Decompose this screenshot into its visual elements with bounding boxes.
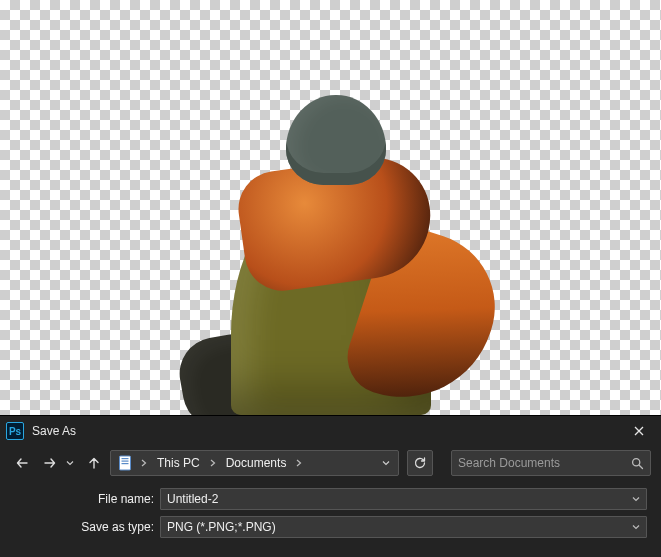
editor-canvas-area	[0, 0, 661, 415]
close-button[interactable]	[617, 416, 661, 446]
filename-combo[interactable]: Untitled-2	[160, 488, 647, 510]
up-button[interactable]	[82, 451, 106, 475]
recent-locations-button[interactable]	[66, 459, 78, 467]
savetype-combo[interactable]: PNG (*.PNG;*.PNG)	[160, 516, 647, 538]
chevron-down-icon	[632, 523, 640, 531]
chevron-right-icon	[294, 459, 304, 467]
refresh-button[interactable]	[407, 450, 433, 476]
breadcrumb-bar[interactable]: This PC Documents	[110, 450, 399, 476]
savetype-value: PNG (*.PNG;*.PNG)	[167, 520, 632, 534]
breadcrumb-seg-this-pc[interactable]: This PC	[151, 451, 206, 475]
svg-rect-2	[122, 461, 129, 462]
search-icon	[631, 457, 644, 470]
savetype-label: Save as type:	[14, 520, 154, 534]
breadcrumb-seg-documents[interactable]: Documents	[220, 451, 293, 475]
forward-button[interactable]	[38, 451, 62, 475]
image-subject	[201, 85, 461, 415]
arrow-right-icon	[43, 456, 57, 470]
filename-label: File name:	[14, 492, 154, 506]
chevron-right-icon	[208, 459, 218, 467]
app-icon: Ps	[6, 422, 24, 440]
svg-point-4	[633, 458, 640, 465]
svg-rect-3	[122, 463, 129, 464]
save-fields: File name: Untitled-2 Save as type: PNG …	[0, 484, 661, 538]
location-icon	[117, 455, 133, 471]
close-icon	[634, 426, 644, 436]
search-button[interactable]	[631, 457, 644, 470]
filename-value: Untitled-2	[167, 492, 632, 506]
breadcrumb-dropdown-button[interactable]	[382, 459, 390, 467]
arrow-up-icon	[87, 456, 101, 470]
back-button[interactable]	[10, 451, 34, 475]
chevron-down-icon	[382, 459, 390, 467]
refresh-icon	[413, 456, 427, 470]
chevron-down-icon	[66, 459, 74, 467]
svg-rect-1	[122, 458, 129, 459]
chevron-right-icon	[139, 459, 149, 467]
arrow-left-icon	[15, 456, 29, 470]
nav-row: This PC Documents	[0, 446, 661, 484]
save-as-dialog: Ps Save As	[0, 415, 661, 557]
dialog-titlebar: Ps Save As	[0, 416, 661, 446]
search-box[interactable]	[451, 450, 651, 476]
search-input[interactable]	[458, 456, 625, 470]
chevron-down-icon	[632, 495, 640, 503]
dialog-title: Save As	[32, 424, 617, 438]
transparency-checkerboard	[0, 0, 661, 415]
